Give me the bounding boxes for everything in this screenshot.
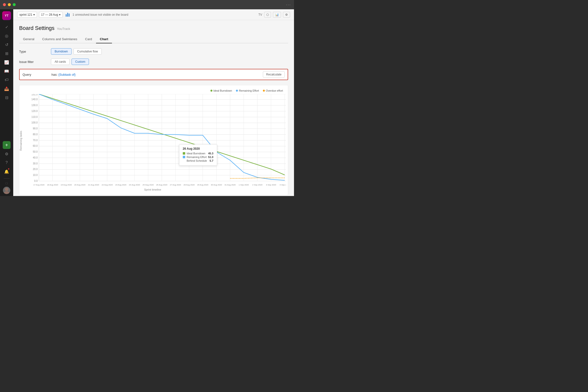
svg-text:90.0: 90.0	[33, 127, 38, 130]
settings-icon[interactable]: ⚙	[3, 150, 10, 158]
cumulative-flow-button[interactable]: Cumulative flow	[74, 48, 102, 55]
tab-card[interactable]: Card	[81, 35, 96, 43]
svg-text:26 Aug 2020: 26 Aug 2020	[156, 184, 168, 186]
query-row: Query has: {Subtask of} Recalculate	[19, 69, 288, 80]
x-axis-label: Sprint timeline	[19, 188, 286, 191]
svg-text:28 Aug 2020: 28 Aug 2020	[184, 184, 195, 186]
toolbar-notice: 1 unresolved issue not visible on the bo…	[72, 13, 128, 16]
date-range-select[interactable]: 17 — 28 Aug ▾	[39, 12, 63, 18]
issue-filter-row: Issue filter All cards Custom	[19, 58, 288, 65]
svg-text:31 Aug 2020: 31 Aug 2020	[224, 184, 236, 186]
chart-bar-icon	[66, 13, 70, 17]
sidebar-item-inbox[interactable]: 📥	[3, 85, 10, 92]
svg-text:17 Aug 2020: 17 Aug 2020	[33, 184, 44, 186]
user-avatar[interactable]	[3, 187, 10, 194]
recalculate-button[interactable]: Recalculate	[263, 71, 285, 78]
svg-text:60.0: 60.0	[33, 144, 38, 147]
query-input-area[interactable]: has: {Subtask of}	[52, 73, 263, 76]
share-button[interactable]: ⬡	[264, 12, 271, 18]
ideal-burndown-label: Ideal Burndown	[214, 89, 232, 92]
maximize-button[interactable]	[13, 3, 16, 6]
menu-dots[interactable]: ···	[286, 2, 291, 7]
sidebar-item-chart[interactable]: 📈	[3, 58, 10, 66]
chart-inner[interactable]: 0.0 10.0 20.0 30.0 40.0 50.0 60.0 70.0 8…	[25, 94, 286, 187]
chart-svg: 0.0 10.0 20.0 30.0 40.0 50.0 60.0 70.0 8…	[25, 94, 286, 187]
notification-icon[interactable]: 🔔	[3, 168, 10, 176]
app-logo[interactable]: YT	[2, 11, 11, 20]
svg-text:23 Aug 2020: 23 Aug 2020	[115, 184, 126, 186]
svg-text:80.0: 80.0	[33, 133, 38, 136]
settings-button[interactable]: ⚙	[283, 12, 290, 18]
toolbar: sprint 121 ▾ 17 — 28 Aug ▾ 1 unresolved …	[13, 9, 294, 20]
issue-filter-label: Issue filter	[19, 60, 51, 64]
svg-point-0	[5, 188, 8, 191]
chart-container: Ideal Burndown Remaining Effort Overdue …	[19, 85, 288, 195]
sidebar-item-layers[interactable]: ⊟	[3, 94, 10, 102]
sidebar-item-check[interactable]: ✓	[3, 23, 10, 31]
sidebar-item-grid[interactable]: ⊞	[3, 50, 10, 57]
overdue-effort-label: Overdue effort	[266, 89, 283, 92]
query-text: has: {Subtask of}	[52, 73, 76, 76]
tab-bar: General Columns and Swimlanes Card Chart	[19, 35, 288, 43]
remaining-effort-label: Remaining Effort	[239, 89, 259, 92]
svg-text:2 Sep 2020: 2 Sep 2020	[252, 184, 263, 186]
svg-text:100.0: 100.0	[31, 121, 38, 124]
svg-text:29 Aug 2020: 29 Aug 2020	[197, 184, 208, 186]
svg-text:40.0: 40.0	[33, 156, 38, 159]
all-cards-button[interactable]: All cards	[51, 58, 70, 65]
tab-general[interactable]: General	[19, 35, 38, 43]
plus-button[interactable]: +	[3, 141, 10, 149]
svg-text:20.0: 20.0	[33, 168, 38, 170]
svg-point-1	[4, 191, 9, 194]
remaining-effort-dot	[236, 90, 238, 92]
type-label: Type	[19, 50, 51, 54]
help-icon[interactable]: ?	[3, 159, 10, 166]
tab-columns-swimlanes[interactable]: Columns and Swimlanes	[38, 35, 81, 43]
svg-text:151.0: 151.0	[31, 94, 38, 96]
page-subtitle: YouTrack	[57, 27, 70, 30]
svg-text:50.0: 50.0	[33, 150, 38, 153]
svg-text:1 Sep 2020: 1 Sep 2020	[239, 184, 249, 186]
chart-button[interactable]: 📊	[273, 12, 281, 18]
ideal-burndown-dot	[210, 90, 212, 92]
tv-label: TV	[258, 13, 262, 16]
svg-text:27 Aug 2020: 27 Aug 2020	[170, 184, 181, 186]
svg-text:110.0: 110.0	[31, 116, 38, 118]
svg-text:30 Aug 2020: 30 Aug 2020	[211, 184, 222, 186]
svg-text:21 Aug 2020: 21 Aug 2020	[88, 184, 99, 186]
svg-text:18 Aug 2020: 18 Aug 2020	[47, 184, 58, 186]
toolbar-right: TV ⬡ 📊 ⚙	[258, 12, 290, 18]
y-axis-label: Remaining tasks	[19, 94, 24, 187]
sidebar-bottom: + ⚙ ? 🔔 〈〉	[3, 141, 10, 194]
svg-text:120.0: 120.0	[31, 110, 38, 112]
title-bar: ···	[0, 0, 294, 9]
sidebar-item-circle[interactable]: ◎	[3, 32, 10, 40]
svg-text:0.0: 0.0	[34, 180, 38, 182]
chevron-down-icon[interactable]: 〈〉	[4, 182, 10, 186]
svg-text:10.0: 10.0	[33, 174, 38, 176]
type-row: Type Burndown Cumulative flow	[19, 48, 288, 55]
tab-chart[interactable]: Chart	[96, 35, 112, 43]
sidebar-item-refresh[interactable]: ↺	[3, 41, 10, 48]
chart-legend: Ideal Burndown Remaining Effort Overdue …	[19, 89, 286, 92]
minimize-button[interactable]	[8, 3, 11, 6]
svg-text:19 Aug 2020: 19 Aug 2020	[60, 184, 72, 186]
page-header: Board Settings YouTrack	[19, 25, 288, 31]
custom-button[interactable]: Custom	[72, 58, 89, 65]
sidebar-item-book[interactable]: 📖	[3, 67, 10, 75]
svg-text:20 Aug 2020: 20 Aug 2020	[74, 184, 86, 186]
filter-controls: All cards Custom	[51, 58, 89, 65]
app-layout: YT ✓ ◎ ↺ ⊞ 📈 📖 🏷 📥 ⊟ + ⚙ ? 🔔 〈〉	[0, 9, 294, 196]
svg-text:4 Sep 2020: 4 Sep 2020	[280, 184, 286, 186]
query-label: Query	[22, 73, 52, 76]
page-content: Board Settings YouTrack General Columns …	[13, 20, 294, 196]
close-button[interactable]	[3, 3, 6, 6]
sprint-select[interactable]: sprint 121 ▾	[17, 12, 37, 18]
chart-wrap: Remaining tasks	[19, 94, 286, 187]
svg-point-54	[202, 153, 204, 155]
svg-text:130.0: 130.0	[31, 104, 38, 106]
burndown-button[interactable]: Burndown	[51, 48, 72, 55]
sidebar-item-tag[interactable]: 🏷	[3, 76, 10, 84]
type-controls: Burndown Cumulative flow	[51, 48, 102, 55]
legend-overdue-effort: Overdue effort	[263, 89, 283, 92]
